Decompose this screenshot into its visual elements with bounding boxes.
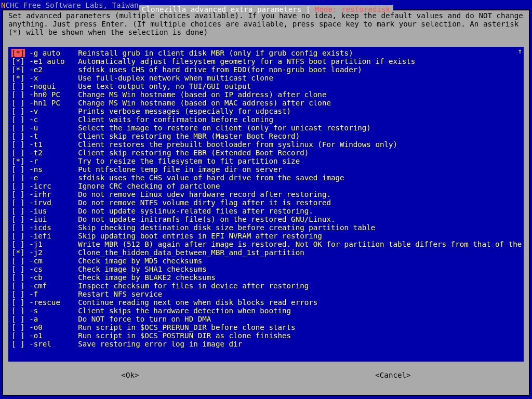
option-flag: -s: [25, 307, 78, 315]
option-checkbox[interactable]: [ ]: [11, 107, 25, 115]
instructions-text: Set advanced parameters (multiple choice…: [8, 11, 524, 36]
option-flag: -nogui: [25, 82, 78, 90]
option-row[interactable]: [ ] -t Client skip restoring the MBR (Ma…: [11, 132, 521, 140]
option-row[interactable]: [ ] -nogui Use text output only, no TUI/…: [11, 82, 521, 90]
option-checkbox[interactable]: [ ]: [11, 132, 25, 140]
option-row[interactable]: [ ] -irhr Do not remove Linux udev hardw…: [11, 190, 521, 198]
option-checkbox[interactable]: [ ]: [11, 215, 25, 223]
option-checkbox[interactable]: [ ]: [11, 265, 25, 273]
option-row[interactable]: [ ] -ns Put ntfsclone temp file in image…: [11, 165, 521, 174]
option-flag: -irvd: [25, 198, 78, 207]
option-checkbox[interactable]: [ ]: [11, 273, 25, 282]
option-checkbox[interactable]: [ ]: [11, 207, 25, 215]
option-description: Do not remove NTFS volume dirty flag aft…: [78, 198, 331, 207]
option-description: Continue reading next one when disk bloc…: [78, 298, 317, 307]
option-flag: -e: [25, 174, 78, 182]
option-row[interactable]: [ ] -v Prints verbose messages (especial…: [11, 107, 521, 115]
option-description: Try to resize the filesystem to fit part…: [78, 157, 300, 165]
option-description: Put ntfsclone temp file in image dir on …: [78, 165, 282, 174]
option-checkbox[interactable]: [*]: [11, 49, 25, 57]
option-row[interactable]: [ ] -hn1 PC Change MS Win hostname (base…: [11, 99, 521, 107]
option-checkbox[interactable]: [ ]: [11, 323, 25, 331]
option-checkbox[interactable]: [ ]: [11, 315, 25, 323]
option-checkbox[interactable]: [ ]: [11, 290, 25, 298]
option-row[interactable]: [*] -r Try to resize the filesystem to f…: [11, 157, 521, 165]
option-row[interactable]: [ ] -s Client skips the hardware detecti…: [11, 307, 521, 315]
option-checkbox[interactable]: [ ]: [11, 165, 25, 174]
option-row[interactable]: [ ] -t1 Client restores the prebuilt boo…: [11, 140, 521, 149]
option-row[interactable]: [ ] -u Select the image to restore on cl…: [11, 124, 521, 132]
option-row[interactable]: [ ] -a Do NOT force to turn on HD DMA: [11, 315, 521, 323]
option-row[interactable]: [ ] -iefi Skip updating boot entries in …: [11, 232, 521, 240]
option-row[interactable]: [ ] -iui Do not update initramfs file(s)…: [11, 215, 521, 223]
option-row[interactable]: [ ] -irvd Do not remove NTFS volume dirt…: [11, 198, 521, 207]
option-row[interactable]: [ ] -e sfdisk uses the CHS value of hard…: [11, 174, 521, 182]
option-row[interactable]: [ ] -rescue Continue reading next one wh…: [11, 298, 521, 307]
option-checkbox[interactable]: [ ]: [11, 115, 25, 124]
option-row[interactable]: [ ] -cb Check image by BLAKE2 checksums: [11, 273, 521, 282]
brand-first-letter: N: [1, 1, 6, 9]
option-checkbox[interactable]: [ ]: [11, 149, 25, 157]
option-checkbox[interactable]: [*]: [11, 157, 25, 165]
options-list[interactable]: ↑ [*] -g auto Reinstall grub in client d…: [8, 47, 524, 362]
option-checkbox[interactable]: [ ]: [11, 182, 25, 190]
option-row[interactable]: [ ] -hn0 PC Change MS Win hostname (base…: [11, 90, 521, 99]
option-row[interactable]: [ ] -srel Save restoring error log in im…: [11, 340, 521, 348]
option-description: Reinstall grub in client disk MBR (only …: [78, 49, 353, 57]
option-row[interactable]: [ ] -f Restart NFS service: [11, 290, 521, 298]
cancel-button[interactable]: <Cancel>: [371, 371, 415, 379]
option-row[interactable]: [ ] -c Client waits for confirmation bef…: [11, 115, 521, 124]
option-row[interactable]: [ ] -o1 Run script in $OCS_POSTRUN_DIR a…: [11, 331, 521, 340]
option-checkbox[interactable]: [ ]: [11, 232, 25, 240]
option-checkbox[interactable]: [ ]: [11, 282, 25, 290]
option-checkbox[interactable]: [ ]: [11, 190, 25, 198]
option-checkbox[interactable]: [ ]: [11, 240, 25, 248]
option-description: Change MS Win hostname (based on IP addr…: [78, 90, 326, 99]
option-flag: -cm: [25, 257, 78, 265]
option-description: Ignore CRC checking of partclone: [78, 182, 220, 190]
option-row[interactable]: [*] -e2 sfdisk uses CHS of hard drive fr…: [11, 65, 521, 74]
ok-button[interactable]: <Ok>: [117, 371, 143, 379]
option-checkbox[interactable]: [ ]: [11, 90, 25, 99]
option-checkbox[interactable]: [*]: [11, 65, 25, 74]
option-row[interactable]: [ ] -icrc Ignore CRC checking of partclo…: [11, 182, 521, 190]
option-checkbox[interactable]: [ ]: [11, 140, 25, 149]
option-checkbox[interactable]: [ ]: [11, 331, 25, 340]
option-row[interactable]: [ ] -cm Check image by MD5 checksums: [11, 257, 521, 265]
option-description: Select the image to restore on client (o…: [78, 124, 371, 132]
option-row[interactable]: [ ] -icds Skip checking destination disk…: [11, 223, 521, 232]
option-checkbox[interactable]: [ ]: [11, 174, 25, 182]
option-description: Do not update syslinux-related files aft…: [78, 207, 313, 215]
option-flag: -icrc: [25, 182, 78, 190]
option-description: Skip checking destination disk size befo…: [78, 223, 375, 232]
option-row[interactable]: [*] -g auto Reinstall grub in client dis…: [11, 49, 521, 57]
option-row[interactable]: [ ] -ius Do not update syslinux-related …: [11, 207, 521, 215]
option-row[interactable]: [ ] -o0 Run script in $OCS_PRERUN_DIR be…: [11, 323, 521, 331]
option-checkbox[interactable]: [ ]: [11, 257, 25, 265]
option-flag: -j1: [25, 240, 78, 248]
brand-label: NCHC Free Software Labs, Taiwan: [1, 1, 139, 9]
option-description: Automatically adjust filesystem geometry…: [78, 57, 415, 65]
option-checkbox[interactable]: [*]: [11, 248, 25, 257]
option-row[interactable]: [ ] -j1 Write MBR (512 B) again after im…: [11, 240, 521, 248]
option-row[interactable]: [ ] -t2 Client skip restoring the EBR (E…: [11, 149, 521, 157]
option-description: Write MBR (512 B) again after image is r…: [78, 240, 524, 248]
option-checkbox[interactable]: [ ]: [11, 82, 25, 90]
option-checkbox[interactable]: [ ]: [11, 198, 25, 207]
option-row[interactable]: [*] -j2 Clone_the_hidden_data_between_MB…: [11, 248, 521, 257]
option-row[interactable]: [*] -x Use full-duplex network when mult…: [11, 74, 521, 82]
option-row[interactable]: [ ] -cmf Inspect checksum for files in d…: [11, 282, 521, 290]
option-description: Client waits for confirmation before clo…: [78, 115, 273, 124]
option-checkbox[interactable]: [*]: [11, 74, 25, 82]
option-row[interactable]: [ ] -cs Check image by SHA1 checksums: [11, 265, 521, 273]
option-checkbox[interactable]: [ ]: [11, 223, 25, 232]
option-checkbox[interactable]: [ ]: [11, 307, 25, 315]
option-description: Use text output only, no TUI/GUI output: [78, 82, 251, 90]
option-checkbox[interactable]: [*]: [11, 57, 25, 65]
option-checkbox[interactable]: [ ]: [11, 99, 25, 107]
option-checkbox[interactable]: [ ]: [11, 298, 25, 307]
option-checkbox[interactable]: [ ]: [11, 340, 25, 348]
option-flag: -o0: [25, 323, 78, 331]
option-checkbox[interactable]: [ ]: [11, 124, 25, 132]
option-row[interactable]: [*] -e1 auto Automatically adjust filesy…: [11, 57, 521, 65]
